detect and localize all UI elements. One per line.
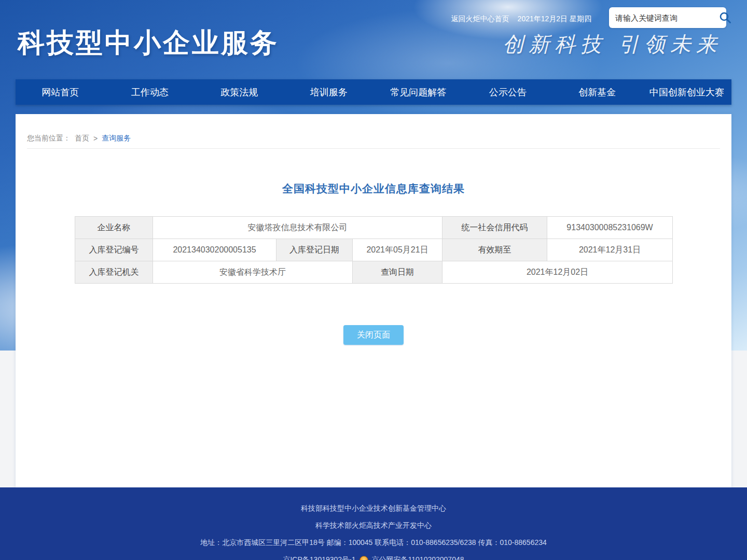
query-date-value: 2021年12月02日: [442, 261, 673, 284]
nav-item-policies[interactable]: 政策法规: [195, 79, 284, 105]
current-date-text: 2021年12月2日 星期四: [518, 15, 591, 24]
company-name-value: 安徽塔孜信息技术有限公司: [153, 217, 442, 239]
breadcrumb-home-link[interactable]: 首页: [75, 134, 89, 143]
company-name-label: 企业名称: [75, 217, 153, 239]
registration-date-value: 2021年05月21日: [353, 239, 442, 261]
content-panel: 您当前位置： 首页 > 查询服务 全国科技型中小企业信息库查询结果 企业名称 安…: [16, 114, 731, 487]
nav-item-announcements[interactable]: 公示公告: [463, 79, 553, 105]
nav-item-innovation-competition[interactable]: 中国创新创业大赛: [642, 79, 732, 105]
registration-authority-value: 安徽省科学技术厅: [153, 261, 353, 284]
nav-item-home[interactable]: 网站首页: [16, 79, 105, 105]
table-row: 入库登记机关 安徽省科学技术厅 查询日期 2021年12月02日: [75, 261, 673, 284]
police-record-link[interactable]: 京公网安备11010202007048: [372, 555, 464, 560]
registration-no-value: 202134030200005135: [153, 239, 276, 261]
footer-line-address: 地址：北京市西城区三里河二区甲18号 邮编：100045 联系电话：010-88…: [200, 538, 547, 548]
breadcrumb-current-link[interactable]: 查询服务: [102, 134, 131, 143]
footer-line-registration: 京ICP备13019302号-1 京公网安备11010202007048: [283, 555, 464, 560]
table-row: 入库登记编号 202134030200005135 入库登记日期 2021年05…: [75, 239, 673, 261]
search-box: [609, 7, 726, 28]
topbar: 返回火炬中心首页 2021年12月2日 星期四: [451, 15, 591, 24]
icp-record-link[interactable]: 京ICP备13019302号-1: [283, 555, 355, 560]
nav-item-faq[interactable]: 常见问题解答: [374, 79, 463, 105]
breadcrumb-prefix: 您当前位置：: [27, 134, 71, 143]
footer-line-torch-center: 科学技术部火炬高技术产业开发中心: [315, 521, 432, 530]
credit-code-label: 统一社会信用代码: [442, 217, 547, 239]
site-slogan: 创新科技 引领未来: [503, 30, 722, 59]
search-input[interactable]: [615, 13, 718, 22]
back-to-torch-home-link[interactable]: 返回火炬中心首页: [451, 15, 509, 24]
close-page-button[interactable]: 关闭页面: [343, 325, 404, 345]
table-row: 企业名称 安徽塔孜信息技术有限公司 统一社会信用代码 9134030008523…: [75, 217, 673, 239]
breadcrumb-separator: >: [93, 134, 98, 143]
police-badge-icon: [359, 556, 368, 560]
registration-date-label: 入库登记日期: [276, 239, 353, 261]
nav-item-training[interactable]: 培训服务: [284, 79, 374, 105]
page-title: 全国科技型中小企业信息库查询结果: [16, 181, 731, 196]
registration-no-label: 入库登记编号: [75, 239, 153, 261]
registration-authority-label: 入库登记机关: [75, 261, 153, 284]
query-date-label: 查询日期: [353, 261, 442, 284]
credit-code-value: 91340300085231069W: [547, 217, 673, 239]
nav-item-work-news[interactable]: 工作动态: [105, 79, 195, 105]
main-nav: 网站首页 工作动态 政策法规 培训服务 常见问题解答 公示公告 创新基金 中国创…: [16, 79, 731, 105]
footer: 科技部科技型中小企业技术创新基金管理中心 科学技术部火炬高技术产业开发中心 地址…: [0, 487, 747, 560]
query-result-table: 企业名称 安徽塔孜信息技术有限公司 统一社会信用代码 9134030008523…: [75, 216, 673, 284]
site-title: 科技型中小企业服务: [18, 25, 279, 61]
search-icon[interactable]: [718, 11, 732, 24]
footer-line-fund-center: 科技部科技型中小企业技术创新基金管理中心: [301, 504, 446, 513]
breadcrumb-divider: [27, 148, 720, 149]
valid-until-value: 2021年12月31日: [547, 239, 673, 261]
valid-until-label: 有效期至: [442, 239, 547, 261]
nav-item-innovation-fund[interactable]: 创新基金: [552, 79, 642, 105]
breadcrumb: 您当前位置： 首页 > 查询服务: [27, 134, 131, 143]
